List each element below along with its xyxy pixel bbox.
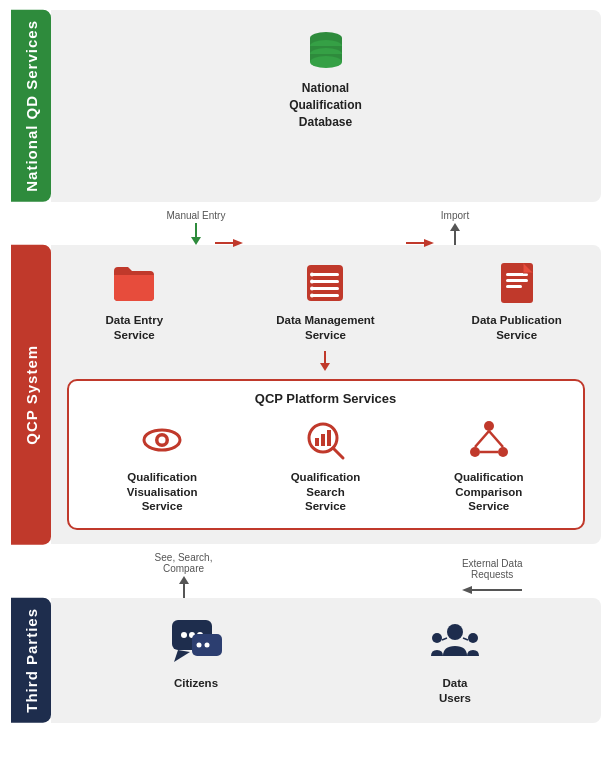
svg-point-19: [310, 279, 314, 283]
import-label: Import: [441, 210, 469, 221]
svg-point-40: [498, 447, 508, 457]
data-entry-icon: [110, 259, 158, 307]
svg-line-34: [333, 448, 343, 458]
svg-marker-8: [191, 237, 201, 245]
third-content: Citizens: [51, 598, 601, 723]
svg-point-54: [205, 643, 210, 648]
arrow-entry-to-mgmt: [215, 235, 245, 251]
manual-entry-label: Manual Entry: [167, 210, 226, 221]
data-users-item: DataUsers: [427, 612, 483, 706]
external-data-arrow: [462, 582, 522, 598]
visualisation-label: QualificationVisualisationService: [127, 470, 198, 515]
qcp-section: QCP System Data EntryService: [11, 245, 601, 545]
top-services-row: Data EntryService: [67, 259, 585, 343]
external-data-label: External DataRequests: [462, 558, 523, 580]
svg-line-58: [442, 638, 447, 640]
svg-point-18: [310, 272, 314, 276]
mid-arrows: [67, 351, 585, 371]
data-publication-icon: [493, 259, 541, 307]
svg-point-53: [197, 643, 202, 648]
svg-point-49: [181, 632, 187, 638]
svg-point-32: [159, 436, 166, 443]
diagram-container: National QD Services: [11, 10, 601, 731]
national-section: National QD Services: [11, 10, 601, 202]
external-data-connector: External DataRequests: [363, 558, 523, 598]
visualisation-icon: [138, 416, 186, 464]
data-publication-service: Data PublicationService: [462, 259, 572, 343]
national-tab-label: National QD Services: [11, 10, 51, 202]
data-publication-label: Data PublicationService: [472, 313, 562, 343]
third-parties-section: Third Parties: [11, 598, 601, 723]
see-search-connector: See, Search,Compare: [129, 552, 239, 598]
see-search-arrow: [176, 576, 192, 598]
svg-point-56: [432, 633, 442, 643]
database-icon: [301, 24, 351, 74]
svg-point-38: [484, 421, 494, 431]
citizens-item: Citizens: [168, 612, 224, 691]
data-entry-service: Data EntryService: [79, 259, 189, 343]
data-management-icon: [301, 259, 349, 307]
arrow-right-2: [406, 235, 436, 251]
manual-entry-arrow: [188, 223, 204, 245]
comparison-service: QualificationComparisonService: [434, 416, 544, 515]
svg-line-41: [475, 431, 489, 447]
svg-rect-15: [311, 280, 339, 283]
down-arrow-mgmt: [317, 351, 333, 371]
svg-rect-35: [315, 438, 319, 446]
svg-marker-23: [424, 239, 434, 247]
platform-services-row: QualificationVisualisationService: [81, 416, 571, 515]
svg-point-6: [310, 56, 342, 68]
pub-corner-arrow: [534, 351, 564, 371]
svg-line-59: [463, 638, 468, 640]
platform-services-box: QCP Platform Services Qualificat: [67, 379, 585, 531]
third-items-row: Citizens: [67, 612, 585, 706]
svg-marker-12: [233, 239, 243, 247]
svg-marker-47: [462, 586, 472, 594]
citizens-icon: [168, 612, 224, 668]
svg-marker-45: [179, 576, 189, 584]
data-management-label: Data ManagementService: [276, 313, 374, 343]
svg-point-39: [470, 447, 480, 457]
data-users-label: DataUsers: [439, 676, 471, 706]
svg-point-20: [310, 286, 314, 290]
arrow-mgmt-down-center: [270, 351, 380, 371]
svg-rect-36: [321, 434, 325, 446]
arrow-right-1: [215, 235, 245, 251]
platform-title: QCP Platform Services: [81, 391, 571, 406]
arrow-mgmt-to-pub: [406, 235, 436, 251]
search-service: QualificationSearchService: [270, 416, 380, 515]
data-management-service: Data ManagementService: [270, 259, 380, 343]
pub-down-connector: [462, 351, 572, 371]
see-search-label: See, Search,Compare: [155, 552, 213, 574]
svg-rect-16: [311, 287, 339, 290]
see-search-compare-row: See, Search,Compare External DataRequest…: [11, 552, 601, 598]
arrow-labels-row: Manual Entry Import: [11, 210, 601, 245]
svg-point-21: [310, 293, 314, 297]
third-tab-label: Third Parties: [11, 598, 51, 723]
svg-line-42: [489, 431, 503, 447]
qcp-tab-label: QCP System: [11, 245, 51, 545]
svg-rect-14: [311, 273, 339, 276]
citizens-label: Citizens: [174, 676, 218, 691]
svg-rect-27: [506, 285, 522, 288]
svg-point-55: [447, 624, 463, 640]
comparison-icon: [465, 416, 513, 464]
search-service-label: QualificationSearchService: [291, 470, 361, 515]
national-content: NationalQualificationDatabase: [51, 10, 601, 202]
svg-rect-17: [311, 294, 339, 297]
svg-marker-29: [320, 363, 330, 371]
import-arrow: [447, 223, 463, 245]
comparison-label: QualificationComparisonService: [454, 470, 524, 515]
arrow-mgmt-down: [79, 351, 189, 371]
national-db-area: NationalQualificationDatabase: [289, 24, 362, 130]
visualisation-service: QualificationVisualisationService: [107, 416, 217, 515]
svg-marker-10: [450, 223, 460, 231]
national-db-label: NationalQualificationDatabase: [289, 80, 362, 130]
database-icon-area: [301, 24, 351, 74]
svg-point-57: [468, 633, 478, 643]
svg-rect-37: [327, 430, 331, 446]
data-users-icon: [427, 612, 483, 668]
data-entry-label: Data EntryService: [106, 313, 164, 343]
svg-rect-26: [506, 279, 528, 282]
search-icon: [301, 416, 349, 464]
